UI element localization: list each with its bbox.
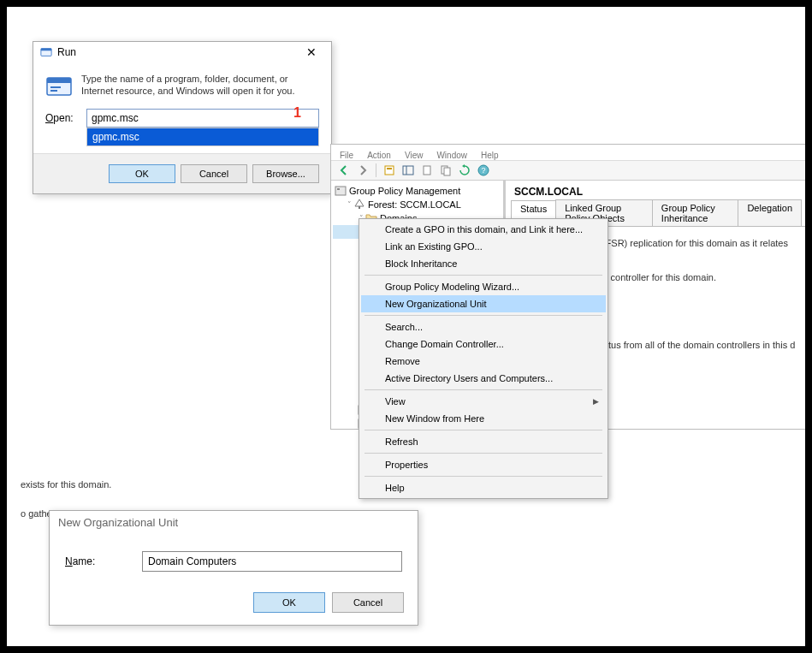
ctx-remove[interactable]: Remove [361,353,606,370]
run-dialog: Run ✕ Type the name of a program, folder… [33,41,332,194]
svg-rect-10 [424,166,430,175]
menu-file[interactable]: File [340,151,353,160]
refresh-icon[interactable] [457,163,472,178]
tree-forest-label: Forest: SCCM.LOCAL [368,199,461,210]
cancel-button[interactable]: Cancel [332,592,404,613]
run-hint-text: Type the name of a program, folder, docu… [81,73,319,100]
ctx-view-label: View [385,396,406,407]
ctx-new-ou[interactable]: New Organizational Unit [361,295,606,312]
svg-rect-3 [47,78,71,83]
menu-help[interactable]: Help [481,151,499,160]
back-icon[interactable] [336,163,352,178]
run-title-text: Run [57,46,76,58]
ctx-new-window[interactable]: New Window from Here [361,410,606,427]
svg-text:?: ? [481,166,485,175]
ctx-refresh[interactable]: Refresh [361,433,606,450]
menu-action[interactable]: Action [367,151,391,160]
ctx-create-gpo[interactable]: Create a GPO in this domain, and Link it… [361,221,606,238]
detail-title: SCCM.LOCAL [506,181,806,199]
run-icon [40,46,52,58]
menu-view[interactable]: View [405,151,424,160]
ctx-separator [365,476,602,477]
tree-root-label: Group Policy Management [349,186,460,196]
svg-rect-7 [387,168,392,169]
svg-rect-16 [337,188,340,190]
ctx-separator [365,430,602,430]
properties-icon[interactable] [382,163,397,178]
svg-rect-15 [335,187,346,195]
submenu-arrow-icon: ▶ [593,397,599,406]
ctx-separator [365,389,602,390]
new-ou-name-label: Name: [65,555,142,567]
svg-rect-6 [385,166,394,175]
menu-window[interactable]: Window [436,151,467,160]
tree-forest[interactable]: ˅ Forest: SCCM.LOCAL [333,198,501,211]
tab-inheritance[interactable]: Group Policy Inheritance [652,199,739,226]
ctx-search[interactable]: Search... [361,318,606,335]
run-button-row: OK Cancel Browse... [33,153,331,193]
run-titlebar: Run ✕ [33,42,331,62]
ctx-separator [365,275,602,276]
copy-icon[interactable] [438,163,453,178]
run-large-icon [45,73,73,100]
run-open-label: Open: [45,112,86,124]
help-icon[interactable]: ? [476,163,491,178]
ctx-block-inheritance[interactable]: Block Inheritance [361,255,606,272]
ctx-aduc[interactable]: Active Directory Users and Computers... [361,370,606,387]
ctx-view[interactable]: View▶ [361,393,606,410]
forest-icon [353,199,365,211]
ctx-separator [365,315,602,316]
gpm-root-icon [335,185,347,197]
step-marker-1: 1 [293,105,301,121]
svg-rect-1 [41,49,51,51]
ctx-gp-modeling[interactable]: Group Policy Modeling Wizard... [361,278,606,295]
gpmc-menubar: File Action View Window Help [331,145,806,160]
svg-rect-8 [403,166,413,175]
show-hide-icon[interactable] [400,163,416,178]
ctx-properties[interactable]: Properties [361,456,606,473]
ctx-separator [365,453,602,454]
ctx-link-gpo[interactable]: Link an Existing GPO... [361,238,606,255]
tree-root[interactable]: Group Policy Management [333,184,501,198]
tab-delegation[interactable]: Delegation [738,199,802,226]
cancel-button[interactable]: Cancel [181,164,247,183]
new-ou-title: New Organizational Unit [50,511,418,534]
context-menu: Create a GPO in this domain, and Link it… [359,218,608,499]
new-ou-dialog: New Organizational Unit Name: OK Cancel [49,510,418,626]
gpmc-toolbar: ? [331,160,806,181]
delete-icon[interactable] [419,163,435,178]
svg-rect-12 [444,168,450,175]
ok-button[interactable]: OK [253,592,325,613]
forward-icon[interactable] [355,163,370,178]
svg-rect-17 [359,206,360,209]
svg-rect-4 [50,86,61,88]
close-icon[interactable]: ✕ [299,45,324,59]
browse-button[interactable]: Browse... [252,164,319,183]
run-open-input[interactable] [86,109,319,128]
ctx-help[interactable]: Help [361,479,606,496]
new-ou-name-input[interactable] [142,551,402,572]
ctx-change-dc[interactable]: Change Domain Controller... [361,335,606,353]
run-autocomplete-item[interactable]: gpmc.msc [86,128,319,146]
ok-button[interactable]: OK [109,164,175,183]
svg-rect-5 [50,90,57,92]
background-text-fragment: exists for this domain. [21,479,111,490]
